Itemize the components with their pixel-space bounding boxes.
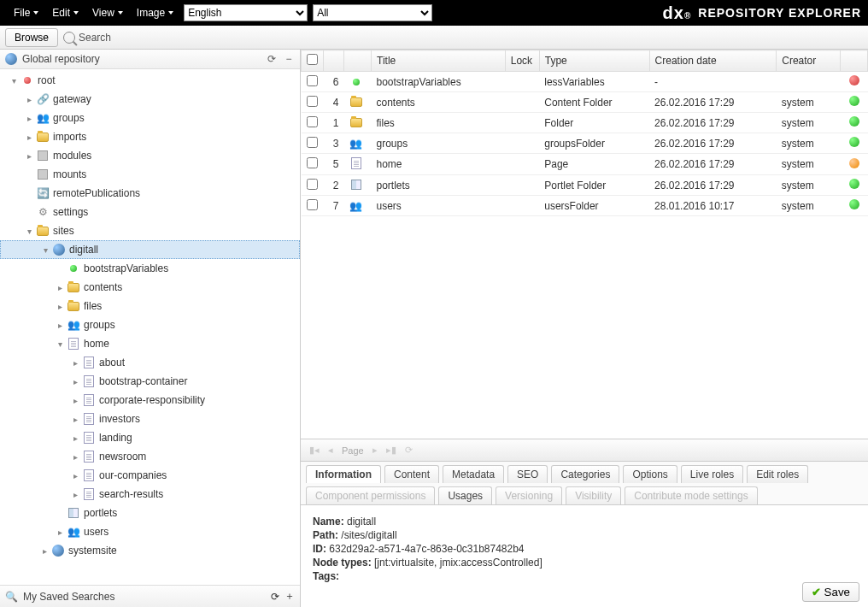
table-row[interactable]: 6bootstrapVariableslessVariables- <box>302 72 868 92</box>
tab-content[interactable]: Content <box>384 465 439 483</box>
cell-checkbox[interactable] <box>302 92 324 113</box>
expander-icon[interactable]: ▸ <box>53 321 67 330</box>
tab-edit-roles[interactable]: Edit roles <box>747 465 808 483</box>
tab-live-roles[interactable]: Live roles <box>681 465 743 483</box>
expander-icon[interactable]: ▸ <box>53 527 67 537</box>
search-button[interactable]: Search <box>63 32 111 44</box>
expander-icon[interactable]: ▸ <box>68 396 82 405</box>
tree-node[interactable]: ▾sites <box>0 221 300 240</box>
add-icon[interactable]: ＋ <box>284 589 295 604</box>
pager-last-icon[interactable]: ▸▮ <box>386 445 396 456</box>
tree-node[interactable]: ▸bootstrap-container <box>0 372 300 391</box>
filter-select[interactable]: All <box>313 4 432 21</box>
tree-node[interactable]: ⚙settings <box>0 203 300 221</box>
tree-node[interactable]: 🔄remotePublications <box>0 184 300 203</box>
cell-checkbox[interactable] <box>302 133 324 154</box>
table-row[interactable]: 3👥groupsgroupsFolder26.02.2016 17:29syst… <box>302 133 868 154</box>
row-checkbox[interactable] <box>307 157 318 168</box>
expander-icon[interactable]: ▸ <box>22 151 36 161</box>
menu-file[interactable]: File <box>7 7 45 19</box>
tree-node[interactable]: ▸landing <box>0 428 300 447</box>
tree-node[interactable]: ▸👥groups <box>0 315 300 334</box>
expander-icon[interactable]: ▸ <box>68 471 82 480</box>
tree-node[interactable]: ▸investors <box>0 410 300 428</box>
tab-usages[interactable]: Usages <box>438 486 492 504</box>
save-button[interactable]: ✔ Save <box>802 582 859 602</box>
expander-icon[interactable]: ▸ <box>53 283 67 292</box>
header-creation[interactable]: Creation date <box>649 50 777 72</box>
tab-options[interactable]: Options <box>623 465 677 483</box>
pager-next-icon[interactable]: ▸ <box>372 445 378 456</box>
row-checkbox[interactable] <box>307 96 318 107</box>
menu-image[interactable]: Image <box>130 7 180 19</box>
tree-node[interactable]: ▾home <box>0 334 300 353</box>
expander-icon[interactable]: ▾ <box>38 245 52 255</box>
header-creator[interactable]: Creator <box>777 50 841 72</box>
tree-node[interactable]: ▸files <box>0 297 300 315</box>
tree-node[interactable]: ▸👥groups <box>0 109 300 127</box>
tree-node[interactable]: mounts <box>0 165 300 184</box>
cell-checkbox[interactable] <box>302 113 324 133</box>
tree-node[interactable]: ▾root <box>0 71 300 90</box>
tree-node[interactable]: ▸🔗gateway <box>0 90 300 109</box>
tab-categories[interactable]: Categories <box>551 465 619 483</box>
tree-node[interactable]: ▸imports <box>0 127 300 146</box>
tree-node[interactable]: ▾digitall <box>0 240 300 259</box>
expander-icon[interactable]: ▸ <box>22 95 36 104</box>
cell-checkbox[interactable] <box>302 175 324 196</box>
cell-checkbox[interactable] <box>302 196 324 216</box>
row-checkbox[interactable] <box>307 75 318 86</box>
pager-prev-icon[interactable]: ◂ <box>328 445 333 456</box>
expander-icon[interactable]: ▾ <box>53 339 67 349</box>
tree-node[interactable]: ▸newsroom <box>0 447 300 466</box>
expander-icon[interactable]: ▸ <box>68 415 82 424</box>
header-checkbox[interactable] <box>302 50 324 72</box>
minus-icon[interactable]: − <box>283 53 295 65</box>
tree-node[interactable]: ▸our-companies <box>0 466 300 485</box>
tree-node[interactable]: ▸👥users <box>0 522 300 541</box>
header-title[interactable]: Title <box>372 50 506 72</box>
cell-checkbox[interactable] <box>302 154 324 175</box>
tree-node[interactable]: ▸systemsite <box>0 541 300 560</box>
table-row[interactable]: 1filesFolder26.02.2016 17:29system <box>302 113 868 133</box>
tab-seo[interactable]: SEO <box>507 465 548 483</box>
table-row[interactable]: 5homePage26.02.2016 17:29system <box>302 154 868 175</box>
tree-node[interactable]: ▸corporate-responsibility <box>0 391 300 410</box>
row-checkbox[interactable] <box>307 199 318 210</box>
expander-icon[interactable]: ▸ <box>22 114 36 123</box>
tree-node[interactable]: ▸about <box>0 353 300 372</box>
tree-view[interactable]: ▾root▸🔗gateway▸👥groups▸imports▸modulesmo… <box>0 69 300 585</box>
cell-checkbox[interactable] <box>302 72 324 92</box>
expander-icon[interactable]: ▸ <box>68 452 82 462</box>
expander-icon[interactable]: ▸ <box>68 433 82 443</box>
expander-icon[interactable]: ▸ <box>68 490 82 499</box>
browse-button[interactable]: Browse <box>5 28 58 47</box>
expander-icon[interactable]: ▸ <box>68 377 82 386</box>
menu-edit[interactable]: Edit <box>45 7 85 19</box>
refresh-icon[interactable]: ⟳ <box>266 53 278 65</box>
expander-icon[interactable]: ▾ <box>7 76 21 85</box>
pager-first-icon[interactable]: ▮◂ <box>309 445 320 456</box>
tab-metadata[interactable]: Metadata <box>443 465 504 483</box>
table-row[interactable]: 4contentsContent Folder26.02.2016 17:29s… <box>302 92 868 113</box>
expander-icon[interactable]: ▸ <box>68 358 82 368</box>
tab-information[interactable]: Information <box>306 465 381 483</box>
tree-node[interactable]: portlets <box>0 504 300 522</box>
row-checkbox[interactable] <box>307 179 318 190</box>
table-row[interactable]: 7👥usersusersFolder28.01.2016 10:17system <box>302 196 868 216</box>
expander-icon[interactable]: ▸ <box>38 546 51 556</box>
row-checkbox[interactable] <box>307 116 318 127</box>
refresh-footer-icon[interactable]: ⟳ <box>271 591 279 603</box>
table-row[interactable]: 2portletsPortlet Folder26.02.2016 17:29s… <box>302 175 868 196</box>
header-lock[interactable]: Lock <box>505 50 539 72</box>
expander-icon[interactable]: ▸ <box>22 133 36 142</box>
menu-view[interactable]: View <box>85 7 130 19</box>
header-type[interactable]: Type <box>539 50 649 72</box>
tree-node[interactable]: bootstrapVariables <box>0 259 300 278</box>
language-select[interactable]: English <box>184 4 308 21</box>
pager-refresh-icon[interactable]: ⟳ <box>405 445 413 456</box>
row-checkbox[interactable] <box>307 137 318 148</box>
expander-icon[interactable]: ▸ <box>53 302 67 311</box>
tree-node[interactable]: ▸contents <box>0 278 300 297</box>
expander-icon[interactable]: ▾ <box>22 227 36 236</box>
